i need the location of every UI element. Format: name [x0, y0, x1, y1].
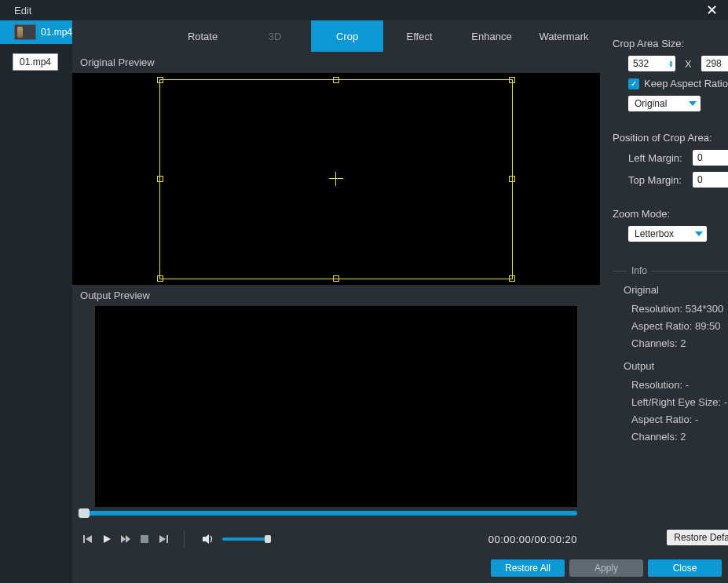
close-icon[interactable]: ✕ — [704, 2, 719, 19]
crop-handle-rc[interactable] — [509, 176, 515, 182]
svg-marker-10 — [695, 231, 703, 236]
info-row: Resolution: 534*300 — [631, 301, 728, 318]
output-preview — [95, 306, 577, 507]
settings-panel: Crop Area Size: 532 ▲▼ X 298 ▲▼ ✓ Keep A… — [600, 20, 728, 583]
restore-defaults-button[interactable]: Restore Defaults — [667, 530, 728, 545]
info-header: Info — [631, 265, 647, 276]
restore-all-button[interactable]: Restore All — [491, 559, 565, 577]
info-row: Channels: 2 — [631, 335, 728, 352]
crop-handle-bc[interactable] — [333, 275, 339, 282]
original-preview-label: Original Preview — [72, 52, 600, 73]
crop-selection[interactable] — [159, 79, 513, 279]
tab-3d[interactable]: 3D — [239, 20, 311, 52]
tab-crop[interactable]: Crop — [311, 20, 383, 52]
crop-height-input[interactable]: 298 ▲▼ — [701, 56, 728, 71]
chevron-down-icon — [687, 98, 698, 109]
volume-slider[interactable] — [222, 537, 271, 541]
zoom-mode-value: Letterbox — [635, 228, 674, 239]
tab-watermark[interactable]: Watermark — [528, 20, 600, 52]
svg-rect-7 — [166, 535, 168, 543]
svg-marker-4 — [126, 535, 130, 543]
control-divider — [184, 530, 185, 548]
dimension-separator: X — [685, 58, 692, 70]
svg-marker-3 — [121, 535, 126, 543]
title-bar: Edit ✕ — [0, 0, 728, 20]
svg-marker-6 — [159, 535, 166, 543]
crop-width-input[interactable]: 532 ▲▼ — [628, 56, 675, 71]
tab-enhance[interactable]: Enhance — [455, 20, 528, 52]
info-output-title: Output — [624, 360, 728, 372]
crop-handle-tl[interactable] — [157, 77, 163, 83]
time-display: 00:00:00/00:00:20 — [488, 534, 577, 545]
stop-button[interactable] — [135, 530, 154, 548]
left-margin-value: 0 — [697, 152, 703, 163]
close-button[interactable]: Close — [648, 559, 722, 577]
fast-forward-button[interactable] — [116, 530, 135, 548]
original-preview[interactable] — [72, 73, 600, 285]
chevron-down-icon — [693, 228, 704, 239]
prev-frame-button[interactable] — [79, 530, 97, 548]
file-item[interactable]: 01.mp4 — [0, 20, 72, 44]
top-margin-value: 0 — [697, 174, 703, 185]
next-frame-button[interactable] — [154, 530, 173, 548]
window-title: Edit — [14, 5, 31, 16]
svg-marker-2 — [104, 535, 111, 543]
info-row: Channels: 2 — [631, 428, 728, 446]
volume-thumb[interactable] — [265, 535, 271, 543]
info-row: Left/Right Eye Size: - — [631, 394, 728, 411]
tab-rotate[interactable]: Rotate — [166, 20, 239, 52]
svg-marker-9 — [689, 101, 697, 106]
crop-handle-tr[interactable] — [509, 77, 515, 83]
spinner-arrows-icon[interactable]: ▲▼ — [668, 60, 674, 67]
file-tooltip: 01.mp4 — [13, 53, 58, 71]
volume-icon[interactable] — [199, 530, 218, 548]
play-button[interactable] — [97, 530, 116, 548]
position-label: Position of Crop Area: — [613, 132, 728, 144]
svg-marker-1 — [86, 535, 92, 543]
crop-center-icon — [329, 172, 343, 186]
svg-marker-8 — [203, 534, 209, 544]
file-name: 01.mp4 — [41, 27, 72, 38]
zoom-mode-label: Zoom Mode: — [613, 208, 728, 220]
crop-area-size-label: Crop Area Size: — [613, 38, 728, 49]
svg-rect-0 — [83, 535, 85, 543]
output-preview-label: Output Preview — [72, 285, 600, 306]
file-thumbnail-icon — [14, 24, 36, 40]
aspect-ratio-value: Original — [635, 98, 667, 109]
crop-handle-lc[interactable] — [157, 176, 163, 182]
tab-bar: Rotate 3D Crop Effect Enhance Watermark — [72, 20, 600, 52]
tab-effect[interactable]: Effect — [383, 20, 455, 52]
crop-width-value: 532 — [633, 58, 649, 69]
svg-rect-5 — [141, 535, 148, 543]
crop-handle-bl[interactable] — [157, 275, 163, 282]
file-sidebar: 01.mp4 01.mp4 — [0, 20, 72, 583]
info-row: Aspect Ratio: - — [631, 411, 728, 428]
seek-thumb[interactable] — [79, 508, 90, 518]
keep-aspect-label: Keep Aspect Ratio: — [644, 78, 728, 89]
bottom-bar: Restore All Apply Close — [112, 553, 728, 583]
top-margin-input[interactable]: 0 ▲▼ — [693, 172, 728, 188]
top-margin-label: Top Margin: — [628, 174, 693, 186]
crop-handle-tc[interactable] — [333, 77, 339, 83]
zoom-mode-select[interactable]: Letterbox — [628, 226, 707, 242]
aspect-ratio-select[interactable]: Original — [628, 96, 701, 111]
left-margin-input[interactable]: 0 ▲▼ — [693, 150, 728, 166]
info-original-title: Original — [624, 284, 728, 296]
crop-height-value: 298 — [706, 58, 722, 69]
seek-slider[interactable] — [79, 511, 577, 516]
left-margin-label: Left Margin: — [628, 152, 693, 164]
crop-handle-br[interactable] — [509, 275, 515, 282]
info-row: Aspect Ratio: 89:50 — [631, 318, 728, 335]
apply-button: Apply — [569, 559, 643, 577]
keep-aspect-checkbox[interactable]: ✓ — [628, 78, 639, 89]
info-row: Resolution: - — [631, 377, 728, 394]
